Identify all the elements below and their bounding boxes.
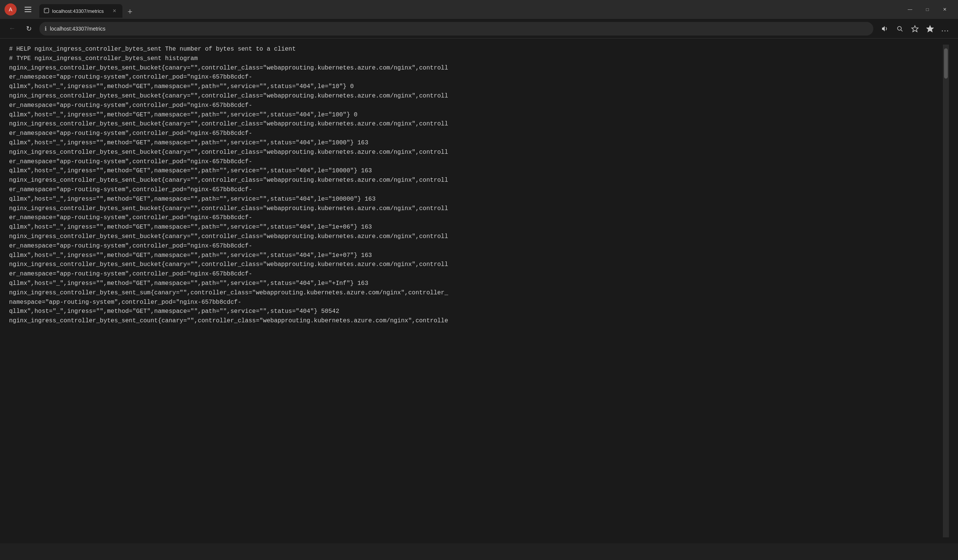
tab-page-icon bbox=[44, 8, 49, 14]
content-area: # HELP nginx_ingress_controller_bytes_se… bbox=[0, 38, 958, 543]
more-button[interactable]: … bbox=[938, 22, 952, 35]
maximize-button[interactable]: □ bbox=[919, 3, 936, 16]
address-box[interactable]: ℹ localhost:43307/metrics bbox=[39, 22, 873, 35]
zoom-button[interactable] bbox=[893, 22, 907, 35]
scrollbar[interactable] bbox=[943, 44, 949, 537]
read-aloud-button[interactable] bbox=[878, 22, 891, 35]
titlebar: A localhost:43307/metrics × + — □ ✕ bbox=[0, 0, 958, 19]
url-display: localhost:43307/metrics bbox=[50, 26, 868, 32]
sidebar-toggle-button[interactable] bbox=[23, 4, 33, 15]
addressbar-actions: … bbox=[878, 22, 952, 35]
tabbar: localhost:43307/metrics × + bbox=[39, 1, 895, 18]
tab-close-button[interactable]: × bbox=[111, 8, 118, 14]
metrics-content: # HELP nginx_ingress_controller_bytes_se… bbox=[9, 44, 943, 537]
svg-rect-1 bbox=[25, 9, 32, 10]
new-tab-button[interactable]: + bbox=[124, 6, 136, 18]
avatar: A bbox=[5, 3, 17, 16]
svg-marker-8 bbox=[927, 26, 933, 32]
svg-line-6 bbox=[901, 30, 902, 31]
svg-point-5 bbox=[898, 27, 901, 30]
minimize-button[interactable]: — bbox=[901, 3, 919, 16]
window-controls: — □ ✕ bbox=[901, 0, 953, 19]
scrollbar-thumb[interactable] bbox=[944, 48, 948, 79]
svg-rect-3 bbox=[44, 8, 49, 13]
back-button[interactable]: ← bbox=[6, 23, 18, 35]
collections-button[interactable] bbox=[923, 22, 937, 35]
active-tab[interactable]: localhost:43307/metrics × bbox=[39, 4, 122, 18]
svg-marker-7 bbox=[912, 26, 918, 32]
svg-point-4 bbox=[45, 9, 46, 10]
addressbar: ← ↻ ℹ localhost:43307/metrics bbox=[0, 19, 958, 38]
refresh-button[interactable]: ↻ bbox=[23, 23, 35, 35]
info-icon: ℹ bbox=[44, 25, 47, 32]
tab-title: localhost:43307/metrics bbox=[52, 8, 108, 14]
svg-rect-2 bbox=[25, 11, 32, 12]
favorites-button[interactable] bbox=[908, 22, 922, 35]
close-button[interactable]: ✕ bbox=[936, 3, 953, 16]
svg-rect-0 bbox=[25, 7, 32, 8]
